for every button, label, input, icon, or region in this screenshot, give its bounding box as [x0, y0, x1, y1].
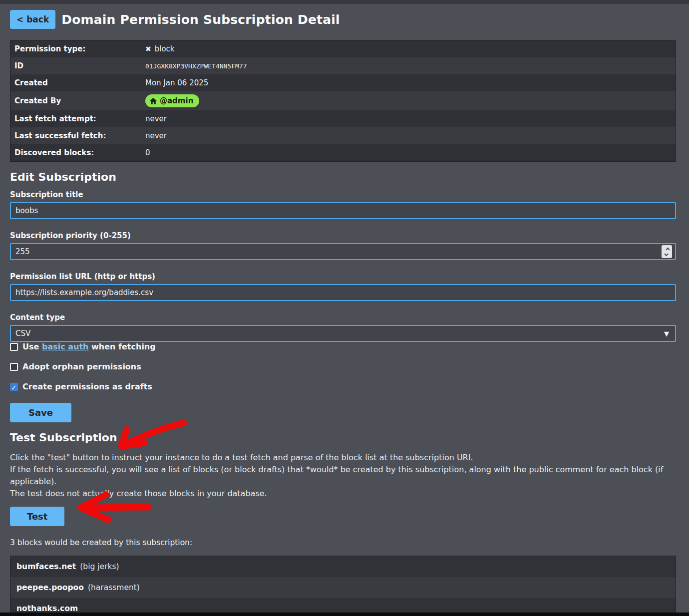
basic-auth-checkbox-row: Use basic auth when fetching	[10, 342, 676, 351]
spinner-up-icon[interactable]	[666, 247, 670, 251]
permission-list-url-label: Permission list URL (http or https)	[10, 272, 676, 281]
subscription-priority-field	[10, 243, 676, 260]
spinner-down-icon[interactable]	[664, 252, 668, 256]
subscription-title-label: Subscription title	[10, 190, 676, 199]
adopt-orphan-permissions-checkbox[interactable]	[10, 363, 18, 371]
row-label: Permission type:	[14, 44, 145, 53]
page-title: Domain Permission Subscription Detail	[61, 12, 340, 27]
last-fetch-attempt-value: never	[145, 114, 167, 123]
permission-type-value: block	[155, 44, 175, 53]
content-type-label: Content type	[10, 313, 676, 322]
test-description-line: If the fetch is successful, you will see…	[10, 464, 676, 488]
checkbox-label: Create permissions as drafts	[22, 382, 152, 391]
test-subscription-heading: Test Subscription	[10, 431, 676, 444]
test-description-line: The test does not actually create those …	[10, 488, 676, 500]
test-description: Click the "test" button to instruct your…	[10, 452, 676, 500]
row-label: Discovered blocks:	[14, 148, 145, 157]
table-row-last-successful-fetch: Last successful fetch: never	[10, 127, 676, 144]
block-list-item: peepee.poopoo (harassment)	[10, 577, 676, 598]
subscription-id-value: 01JGXK8XP3VHXZPWET4NN5FM77	[145, 62, 247, 70]
back-button[interactable]: < back	[10, 10, 55, 29]
adopt-orphans-checkbox-row: Adopt orphan permissions	[10, 362, 676, 371]
page-header: < back Domain Permission Subscription De…	[10, 10, 676, 29]
created-by-badge[interactable]: @admin	[145, 94, 199, 107]
block-comment: (harassment)	[88, 583, 140, 592]
block-comment: (big jerks)	[80, 562, 119, 571]
create-permissions-as-drafts-checkbox[interactable]	[10, 383, 18, 391]
domain-permission-subscription-detail-page: < back Domain Permission Subscription De…	[0, 0, 689, 616]
subscription-info-table: Permission type: ✖ block ID 01JGXK8XP3VH…	[10, 40, 676, 162]
use-basic-auth-checkbox[interactable]	[10, 343, 18, 351]
subscription-title-input[interactable]	[10, 202, 676, 219]
last-successful-fetch-value: never	[145, 131, 167, 140]
block-domain: nothanks.com	[16, 604, 78, 613]
row-label: ID	[14, 61, 145, 70]
test-button[interactable]: Test	[10, 507, 64, 526]
table-row-created-by: Created By @admin	[10, 91, 676, 110]
subscription-priority-input[interactable]	[15, 244, 662, 259]
table-row-last-fetch-attempt: Last fetch attempt: never	[10, 110, 676, 127]
test-result-block-list: bumfaces.net (big jerks) peepee.poopoo (…	[10, 556, 676, 616]
subscription-priority-label: Subscription priority (0-255)	[10, 231, 676, 240]
number-spinner[interactable]	[662, 245, 672, 258]
block-list-item: bumfaces.net (big jerks)	[10, 556, 676, 577]
viewport-bottom-edge	[0, 613, 689, 616]
edit-subscription-heading: Edit Subscription	[10, 171, 676, 183]
row-label: Created By	[14, 96, 145, 105]
table-row-permission-type: Permission type: ✖ block	[10, 40, 676, 57]
chevron-down-icon: ▼	[664, 330, 672, 337]
row-label: Created	[14, 78, 145, 87]
checkbox-label: Adopt orphan permissions	[22, 362, 141, 371]
table-row-created: Created Mon Jan 06 2025	[10, 74, 676, 91]
block-domain: peepee.poopoo	[16, 583, 84, 592]
basic-auth-link[interactable]: basic auth	[42, 342, 89, 351]
table-row-id: ID 01JGXK8XP3VHXZPWET4NN5FM77	[10, 57, 676, 74]
discovered-blocks-value: 0	[145, 148, 150, 157]
table-row-discovered-blocks: Discovered blocks: 0	[10, 144, 676, 161]
create-drafts-checkbox-row: Create permissions as drafts	[10, 382, 676, 391]
save-button[interactable]: Save	[10, 403, 71, 422]
checkbox-label: when fetching	[88, 342, 155, 351]
created-date-value: Mon Jan 06 2025	[145, 78, 208, 87]
row-label: Last successful fetch:	[14, 131, 145, 140]
home-icon	[150, 98, 157, 104]
created-by-username: @admin	[160, 96, 193, 105]
test-result-summary: 3 blocks would be created by this subscr…	[10, 538, 676, 547]
block-domain: bumfaces.net	[16, 562, 76, 571]
content-type-selected-value: CSV	[15, 326, 664, 341]
x-icon: ✖	[145, 45, 151, 53]
checkbox-label: Use	[22, 342, 42, 351]
test-description-line: Click the "test" button to instruct your…	[10, 452, 676, 464]
content-type-select[interactable]: CSV ▼	[10, 325, 676, 342]
permission-list-url-input[interactable]	[10, 284, 676, 301]
row-label: Last fetch attempt:	[14, 114, 145, 123]
